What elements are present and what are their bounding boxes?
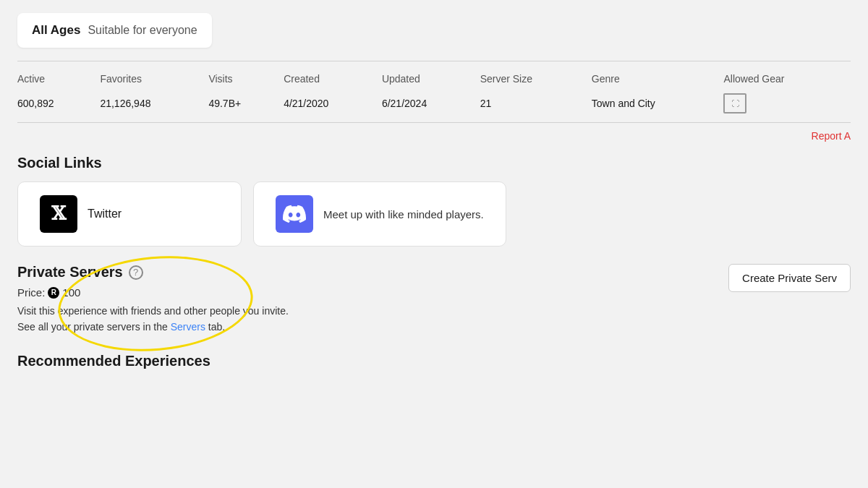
stats-table: Active Favorites Visits Created Updated …: [17, 70, 851, 119]
age-rating-description: Suitable for everyone: [88, 24, 197, 37]
stat-value-updated: 6/21/2024: [382, 90, 480, 119]
age-rating-badge: All Ages Suitable for everyone: [17, 13, 212, 48]
stat-value-active: 600,892: [17, 90, 100, 119]
discord-icon-box: [276, 195, 313, 233]
recommended-section: Recommended Experiences: [0, 347, 868, 369]
stat-header-favorites: Favorites: [100, 70, 208, 90]
price-label: Price:: [17, 286, 45, 299]
private-servers-desc-line3: tab.: [208, 321, 225, 333]
stat-value-genre: Town and City: [592, 90, 724, 119]
private-servers-desc-line2: See all your private servers in the: [17, 321, 168, 333]
twitter-icon-box: 𝕏: [40, 195, 77, 233]
recommended-title: Recommended Experiences: [17, 353, 851, 369]
stat-header-updated: Updated: [382, 70, 480, 90]
stat-value-server-size: 21: [480, 90, 592, 119]
private-servers-desc-line1: Visit this experience with friends and o…: [17, 305, 289, 317]
discord-description: Meet up with like minded players.: [323, 207, 484, 222]
private-servers-title: Private Servers: [17, 264, 123, 281]
stat-value-favorites: 21,126,948: [100, 90, 208, 119]
age-rating-section: All Ages Suitable for everyone: [0, 0, 868, 48]
stat-header-visits: Visits: [208, 70, 284, 90]
robux-icon: R: [48, 287, 59, 299]
twitter-card[interactable]: 𝕏 Twitter: [17, 181, 242, 247]
twitter-label: Twitter: [88, 207, 122, 221]
page-container: All Ages Suitable for everyone Active Fa…: [0, 0, 868, 369]
servers-tab-link[interactable]: Servers: [171, 321, 205, 333]
stat-header-created: Created: [284, 70, 382, 90]
private-servers-description: Visit this experience with friends and o…: [17, 303, 851, 335]
stats-section: Active Favorites Visits Created Updated …: [0, 48, 868, 123]
social-links-row: 𝕏 Twitter Meet up with like minded playe…: [17, 181, 851, 247]
stat-header-allowed-gear: Allowed Gear: [723, 70, 851, 90]
private-servers-price: Price: R 100: [17, 286, 851, 299]
stat-value-created: 4/21/2020: [284, 90, 382, 119]
private-servers-section: Private Servers ? Price: R 100 Visit thi…: [0, 258, 868, 347]
discord-icon: [283, 202, 306, 226]
stats-divider-top: [17, 61, 851, 61]
stat-value-visits: 49.7B+: [208, 90, 284, 119]
social-links-title: Social Links: [17, 155, 851, 171]
report-section: Report A: [0, 123, 868, 147]
private-servers-header: Private Servers ?: [17, 264, 851, 281]
discord-card[interactable]: Meet up with like minded players.: [253, 181, 506, 247]
age-rating-label: All Ages: [32, 23, 80, 38]
twitter-x-icon: 𝕏: [51, 205, 66, 223]
help-icon[interactable]: ?: [129, 265, 143, 280]
stat-header-server-size: Server Size: [480, 70, 592, 90]
price-amount: 100: [62, 286, 80, 299]
stat-header-active: Active: [17, 70, 100, 90]
stat-header-genre: Genre: [592, 70, 724, 90]
create-private-server-button[interactable]: Create Private Serv: [728, 264, 851, 292]
stat-value-allowed-gear: ⛶: [723, 90, 851, 119]
report-abuse-link[interactable]: Report A: [812, 130, 851, 142]
social-links-section: Social Links 𝕏 Twitter Meet up with like…: [0, 147, 868, 258]
